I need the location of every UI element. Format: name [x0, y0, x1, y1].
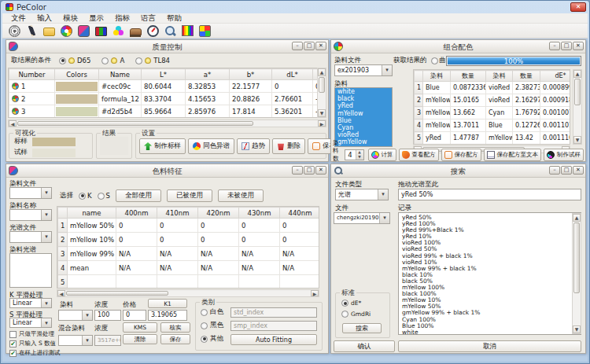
metamerism-button[interactable]: 同色异谱	[188, 138, 234, 154]
colorant-table[interactable]: name400nm410nm420nm430nm440nm 1mYellow 5…	[57, 206, 319, 289]
match-titlebar[interactable]: 组合配色 – □ ✕	[331, 40, 585, 53]
use-all-button[interactable]: 全部使用	[116, 189, 161, 202]
k1-button[interactable]: K1	[148, 299, 187, 308]
stamp-icon[interactable]	[130, 28, 142, 35]
colorant-titlebar[interactable]: 色料特征 – □ ✕	[6, 164, 328, 178]
record-item[interactable]: Blue 100%	[399, 323, 581, 329]
close-icon[interactable]: ✕	[573, 42, 584, 50]
dye-file-select[interactable]: ex201903	[334, 64, 393, 76]
vertical-scrollbar[interactable]: ▲ ▼	[572, 213, 581, 334]
colorant-row[interactable]: 3mYellow 99% ...N/AN/AN/AN/AN/AN/A	[58, 247, 320, 261]
standard-radio[interactable]: GmdRi	[341, 311, 371, 318]
category-radio[interactable]: 其他	[201, 334, 223, 344]
k-radio[interactable]: K	[79, 192, 92, 200]
search-titlebar[interactable]: 搜索 – □ ✕	[331, 164, 585, 178]
save-formula-text-button[interactable]: 保存配方至文本	[484, 149, 542, 161]
formula-table[interactable]: 染料数量染料数量dE* 1Blue0.0872336vioRed2.382730…	[413, 69, 570, 145]
close-icon[interactable]: ✕	[315, 42, 326, 50]
maximize-icon[interactable]: □	[561, 166, 572, 175]
unused-button[interactable]: 未被使用	[218, 189, 264, 202]
dye-list-item[interactable]: Blue	[335, 117, 392, 124]
close-icon[interactable]: ✕	[570, 2, 586, 12]
dye-name-select[interactable]	[9, 209, 52, 221]
qc-header-row[interactable]: NumberColorsNameL*a*b*dL*	[9, 69, 319, 80]
minimize-icon[interactable]: –	[549, 166, 560, 175]
file-select[interactable]: chengzki20190	[334, 212, 390, 224]
verify-button[interactable]: 核实	[160, 322, 190, 333]
save-formula-button[interactable]: 保存配方	[441, 149, 481, 161]
dye-list-item[interactable]: white	[335, 88, 392, 95]
vertical-scrollbar[interactable]: ▲ ▼	[573, 69, 582, 145]
k1-input[interactable]: 3.19065	[148, 310, 187, 321]
delete-button[interactable]: 删除	[272, 138, 305, 154]
menu-item[interactable]: 帮助	[161, 13, 187, 24]
dye-list-item[interactable]: vioRed	[335, 131, 392, 138]
dye-drops-icon[interactable]	[112, 25, 124, 37]
category-radio[interactable]: 白色	[201, 307, 223, 317]
formula-row[interactable]: 5yRed1.47787mYellow13.420.00111653	[415, 132, 571, 145]
colorant-row[interactable]: 5	[58, 275, 320, 289]
menu-item[interactable]: 显示	[83, 13, 109, 24]
dye-list-item[interactable]: gmYellow	[335, 138, 392, 145]
make-sample-button[interactable]: 制作试样	[544, 149, 584, 161]
mix-dye-select[interactable]	[58, 335, 93, 346]
color-mosaic-icon[interactable]	[199, 25, 211, 37]
dye-file-select[interactable]	[9, 187, 52, 199]
clear-button[interactable]: 清除	[123, 334, 157, 344]
category-radio[interactable]: 黑色	[201, 321, 223, 330]
k-smooth-select[interactable]: Linear	[9, 298, 52, 308]
view-formula-button[interactable]: 查看配方	[399, 149, 439, 161]
horizontal-scrollbar[interactable]: ◀▶	[57, 289, 319, 297]
maximize-icon[interactable]: □	[304, 166, 315, 175]
std-index-input[interactable]: std_index	[230, 307, 317, 318]
formula-row[interactable]: 2mYellow15.0165vioRed2.162970.000918694	[415, 94, 571, 107]
colorant-row[interactable]: 1mYellow 50%000000	[58, 219, 320, 233]
conc-input[interactable]: 100	[94, 310, 121, 321]
illuminant-radio[interactable]: D65	[59, 57, 90, 64]
minimize-icon[interactable]: –	[549, 42, 560, 50]
palette-icon[interactable]	[78, 25, 90, 37]
calculate-button[interactable]: 计算	[368, 149, 396, 161]
cancel-button[interactable]: 取消	[398, 340, 581, 352]
option-checkbox[interactable]: 在样上进行测试	[9, 349, 88, 357]
minimize-icon[interactable]: –	[292, 166, 303, 175]
qc-titlebar[interactable]: 质量控制 – □ ✕	[6, 40, 328, 53]
formula-row[interactable]: 4mYellow13.7011Blue0.1272650.00110172	[415, 119, 571, 132]
drag-spectrum-input[interactable]: yRed 50%	[398, 189, 581, 200]
dye-count-stepper[interactable]: 4 ▲▼	[345, 149, 364, 160]
dye-spectrum-listbox[interactable]	[9, 253, 52, 288]
menu-item[interactable]: 语言	[135, 13, 161, 24]
trend-button[interactable]: 趋势	[237, 138, 270, 154]
dye-listbox[interactable]: whiteblackyRedmYellowBlueCyanvioRedgmYel…	[334, 87, 393, 147]
save-button[interactable]: 保存	[160, 334, 190, 344]
spectrum-bars-icon[interactable]	[182, 25, 194, 36]
file-type-select[interactable]: 光谱	[335, 189, 389, 200]
illuminant-radio[interactable]: A	[101, 57, 124, 64]
formula-row[interactable]: 3mYellow13.662Cyan1.767920.00100772	[415, 107, 571, 119]
auto-fitting-button[interactable]: Auto Fitting	[230, 334, 317, 345]
pencil-icon[interactable]	[28, 25, 35, 37]
record-item[interactable]: white	[399, 329, 581, 335]
search-icon[interactable]	[164, 25, 176, 37]
illuminant-radio[interactable]: TL84	[135, 57, 170, 64]
dye-list-item[interactable]: yRed	[335, 102, 392, 109]
used-button[interactable]: 已被使用	[167, 189, 212, 202]
folder-icon[interactable]	[43, 28, 55, 36]
gauge-icon[interactable]	[147, 25, 159, 37]
menu-item[interactable]: 输入	[31, 13, 57, 24]
colorant-row[interactable]: 2mYellow 10%000000	[58, 233, 320, 247]
vertical-scrollbar[interactable]: ▲ ▼	[317, 68, 326, 118]
smp-index-input[interactable]: smp_index	[230, 321, 317, 331]
qc-table-row[interactable]: 1 #cec09c80.60448.3285322.157700	[9, 80, 319, 93]
menu-item[interactable]: 指标	[109, 13, 135, 24]
maximize-icon[interactable]: □	[304, 42, 315, 50]
qc-table[interactable]: NumberColorsNameL*a*b*dL* 1 #cec09c80.60…	[8, 68, 318, 118]
target-icon[interactable]	[9, 25, 20, 37]
close-icon[interactable]: ✕	[315, 166, 326, 175]
color-books-icon[interactable]	[95, 27, 107, 36]
records-listbox[interactable]: yRed 50%yRed 100%yRed 99%+Black 1%yRed 1…	[398, 212, 581, 335]
qc-table-row[interactable]: 3 #d2d5b485.96642.8597617.8145.36201-5.4…	[9, 105, 319, 118]
formula-row[interactable]: 1Blue0.0872336vioRed2.382730.000899016	[415, 82, 571, 94]
colorant-header-row[interactable]: name400nm410nm420nm430nm440nm	[58, 208, 320, 219]
menu-item[interactable]: 文件	[6, 13, 31, 24]
